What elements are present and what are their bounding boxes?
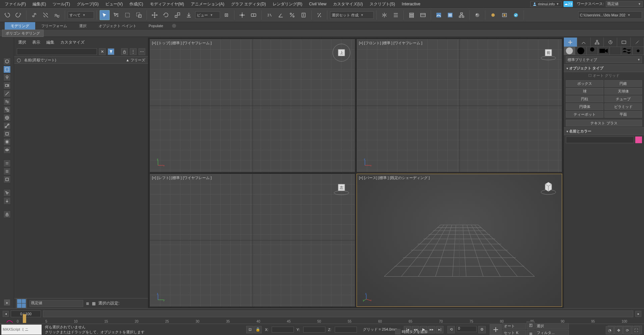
timeline-prev-button[interactable]: ◂ bbox=[3, 311, 9, 317]
mirror-button[interactable] bbox=[379, 10, 389, 20]
time-config-button[interactable]: ⚙ bbox=[478, 326, 486, 333]
keyboard-shortcut-button[interactable] bbox=[249, 10, 259, 20]
notification-count[interactable]: ☁ 23 bbox=[564, 1, 573, 7]
filter-spacewarps-icon[interactable] bbox=[3, 98, 11, 105]
lock-column-button[interactable] bbox=[121, 48, 128, 55]
object-color-swatch[interactable] bbox=[635, 136, 642, 143]
workspace-combo[interactable]: 既定値▼ bbox=[606, 1, 643, 7]
layer-explorer-button[interactable] bbox=[407, 10, 417, 20]
rotate-button[interactable] bbox=[161, 10, 171, 20]
scene-menu-display[interactable]: 表示 bbox=[32, 40, 40, 45]
viewport-persp-label[interactable]: [+] [パース] [標準 ] [既定のシェーディング ] bbox=[359, 175, 430, 180]
sub-cameras-icon[interactable] bbox=[598, 47, 609, 55]
remove-column-button[interactable]: ⋯ bbox=[139, 48, 145, 55]
col-freeze-header[interactable]: ▲ フリーズ bbox=[125, 58, 145, 63]
display-all-icon[interactable] bbox=[3, 168, 11, 175]
sub-spacewarps-icon[interactable] bbox=[621, 47, 633, 55]
filter-geometry-icon[interactable] bbox=[3, 58, 11, 65]
menu-group[interactable]: グループ(G) bbox=[73, 0, 102, 8]
menu-edit[interactable]: 編集(E) bbox=[29, 0, 49, 8]
y-coord-input[interactable] bbox=[303, 327, 325, 333]
scale-button[interactable] bbox=[172, 10, 182, 20]
ribbon-tab-selection[interactable]: 選択 bbox=[73, 22, 93, 30]
prim-sphere-button[interactable]: 球 bbox=[566, 88, 603, 95]
filter-helpers-icon[interactable] bbox=[3, 90, 11, 97]
schematic-view-button[interactable] bbox=[457, 10, 467, 20]
nav-maximize-button[interactable]: ⛶ bbox=[632, 326, 640, 334]
dope-sheet-button[interactable] bbox=[445, 10, 455, 20]
ref-coord-combo[interactable]: ビュー▼ bbox=[195, 11, 220, 19]
viewcube-left[interactable]: 左 bbox=[332, 178, 351, 197]
timetag-label[interactable]: 時間タグを追加 bbox=[402, 329, 428, 334]
add-column-button[interactable]: ⋮ bbox=[130, 48, 137, 55]
filter-containers-icon[interactable] bbox=[3, 130, 11, 137]
undo-button[interactable] bbox=[2, 10, 12, 20]
pivot-center-button[interactable] bbox=[221, 10, 231, 20]
snap-toggle-button[interactable]: 3 bbox=[264, 10, 274, 20]
link-button[interactable] bbox=[29, 10, 39, 20]
redo-button[interactable] bbox=[13, 10, 23, 20]
sidebar-expand-button[interactable]: ▸ bbox=[4, 299, 10, 305]
viewport-top[interactable]: [+] [トップ] [標準 ] [ワイヤフレーム ] 上 yx bbox=[150, 39, 355, 172]
eselection-lock-icon[interactable] bbox=[314, 10, 324, 20]
percent-snap-button[interactable] bbox=[287, 10, 297, 20]
menu-file[interactable]: ファイル(F) bbox=[1, 0, 29, 8]
region-rect-button[interactable] bbox=[122, 10, 132, 20]
viewport-perspective[interactable]: [+] [パース] [標準 ] [既定のシェーディング ] bbox=[357, 174, 562, 307]
ribbon-tab-populate[interactable]: Populate bbox=[143, 22, 169, 30]
sub-helpers-icon[interactable] bbox=[610, 47, 621, 55]
sub-systems-icon[interactable] bbox=[633, 47, 644, 55]
filter-lights-icon[interactable] bbox=[3, 74, 11, 81]
filter-groups-icon[interactable] bbox=[3, 106, 11, 113]
key-mode-button[interactable]: ⟲ bbox=[447, 326, 455, 333]
angle-snap-button[interactable] bbox=[276, 10, 286, 20]
menu-animation[interactable]: アニメーション(A) bbox=[187, 0, 228, 8]
key-filters-icon[interactable]: ⚿ bbox=[527, 321, 535, 329]
move-button[interactable] bbox=[150, 10, 160, 20]
menu-interactive[interactable]: Interactive bbox=[398, 0, 424, 8]
filter-frozen-icon[interactable] bbox=[3, 138, 11, 146]
sub-shapes-icon[interactable] bbox=[575, 47, 587, 55]
lock-selection-button[interactable]: 🔒 bbox=[254, 326, 262, 333]
display-invert-icon[interactable] bbox=[3, 176, 11, 183]
user-signin[interactable]: rininui.info ▼ bbox=[530, 1, 561, 7]
key-filters2-icon[interactable]: ⊞ bbox=[527, 330, 535, 335]
prim-teapot-button[interactable]: ティーポット bbox=[566, 111, 603, 118]
viewcube-front[interactable]: 前 bbox=[539, 43, 558, 62]
select-by-name-button[interactable] bbox=[111, 10, 121, 20]
lock-layer-icon[interactable] bbox=[3, 211, 11, 218]
goto-end-button[interactable]: ▸| bbox=[436, 326, 443, 333]
viewport-top-label[interactable]: [+] [トップ] [標準 ] [ワイヤフレーム ] bbox=[152, 41, 212, 46]
nav-orbit-button[interactable]: ⟳ bbox=[623, 326, 631, 334]
filter-xrefs-icon[interactable] bbox=[3, 114, 11, 121]
sub-geometry-icon[interactable] bbox=[564, 47, 575, 55]
timetag-icon[interactable] bbox=[395, 329, 400, 334]
nav-pan-button[interactable]: ✥ bbox=[614, 326, 623, 334]
ribbon-tab-modeling[interactable]: モデリング bbox=[5, 22, 35, 30]
key-filter-combo[interactable]: フィルタ... bbox=[535, 330, 569, 335]
manipulate-button[interactable] bbox=[237, 10, 247, 20]
menu-script[interactable]: スクリプト(S) bbox=[366, 0, 398, 8]
bind-spacewarp-button[interactable] bbox=[52, 10, 62, 20]
object-name-input[interactable] bbox=[566, 136, 634, 143]
align-button[interactable] bbox=[391, 10, 401, 20]
prim-pyramid-button[interactable]: ピラミッド bbox=[604, 103, 642, 110]
filter-hidden-icon[interactable] bbox=[3, 146, 11, 154]
timeline-next-button[interactable]: ▸ bbox=[635, 311, 641, 317]
prim-box-button[interactable]: ボックス bbox=[566, 80, 603, 87]
prim-plane-button[interactable]: 平面 bbox=[604, 111, 642, 118]
autokey-button[interactable]: オート bbox=[502, 323, 526, 329]
isolate-button[interactable]: ⊡ bbox=[246, 326, 254, 333]
placement-button[interactable] bbox=[184, 10, 194, 20]
layers-icon[interactable]: ≣ bbox=[86, 301, 89, 306]
selection-set-icon[interactable]: ▦ bbox=[92, 301, 96, 306]
render-setup-button[interactable] bbox=[488, 10, 498, 20]
named-selection-combo[interactable]: 選択セット 作成▼ bbox=[330, 11, 374, 19]
prim-torus-button[interactable]: 円環体 bbox=[566, 103, 603, 110]
nav-fov-button[interactable]: ◔ bbox=[606, 326, 614, 334]
z-coord-input[interactable] bbox=[335, 327, 357, 333]
time-slider-track[interactable] bbox=[43, 311, 633, 317]
menu-customize[interactable]: カスタマイズ(U) bbox=[330, 0, 366, 8]
setkey-button[interactable]: セット K bbox=[502, 330, 526, 335]
search-filter-button[interactable] bbox=[108, 48, 114, 55]
